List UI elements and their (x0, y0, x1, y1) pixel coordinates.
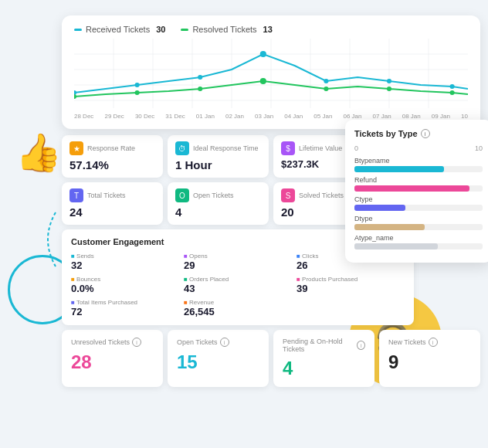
bar-refund (354, 185, 469, 192)
bar-atype (354, 243, 438, 249)
line-chart (74, 39, 468, 108)
bar-row-btype: Btypename (354, 157, 483, 172)
engagement-items: ■ Total Items Purchased 72 (71, 299, 179, 317)
chart-dates: 28 Dec 29 Dec 30 Dec 31 Dec 01 Jan 02 Ja… (74, 113, 468, 120)
svg-point-24 (324, 87, 328, 91)
engagement-opens: ■ Opens 29 (184, 253, 292, 271)
engagement-bounces: ■ Bounces 0.0% (71, 276, 179, 294)
engagement-title: Customer Engagement (71, 237, 164, 246)
open-info-icon: i (220, 338, 229, 347)
chart-legend: Received Tickets 30 Resolved Tickets 13 (74, 25, 468, 34)
pending-value: 4 (283, 358, 365, 379)
bar-ctype (354, 205, 405, 211)
stat-card-open: Open Tickets i 15 (168, 330, 269, 387)
engagement-orders: ■ Orders Placed 43 (184, 276, 292, 294)
response-time-icon: ⏱ (175, 141, 189, 155)
svg-point-22 (198, 87, 202, 91)
metric-card-open-tickets: O Open Tickets 4 (168, 182, 269, 225)
svg-point-20 (74, 94, 76, 99)
received-label: Received Tickets (86, 25, 150, 34)
resolved-legend: Resolved Tickets 13 (181, 25, 272, 34)
open-stat-value: 15 (177, 351, 259, 373)
tickets-type-info-icon: i (421, 129, 430, 138)
svg-point-13 (260, 51, 266, 57)
thumbs-up-icon: 👍 (15, 131, 62, 175)
response-rate-value: 57.14% (69, 158, 155, 171)
response-rate-icon: ★ (69, 141, 83, 155)
chart-card: Received Tickets 30 Resolved Tickets 13 (62, 15, 480, 129)
svg-point-16 (198, 75, 202, 80)
tickets-by-type-card: Tickets by Type i 0 10 Btypename Refund … (345, 120, 488, 263)
stat-card-pending: Pending & On-Hold Tickets i 4 (273, 330, 374, 387)
bar-row-dtype: Dtype (354, 215, 483, 230)
pending-info-icon: i (357, 341, 365, 350)
svg-point-18 (387, 79, 391, 83)
bar-dtype (354, 224, 425, 230)
received-count: 30 (156, 25, 165, 34)
bar-row-refund: Refund (354, 176, 483, 192)
unresolved-info-icon: i (132, 338, 141, 347)
new-tickets-label: New Tickets (388, 338, 426, 346)
metric-card-response-rate: ★ Response Rate 57.14% (62, 135, 163, 178)
svg-point-17 (324, 79, 328, 83)
solved-tickets-icon: S (281, 188, 295, 202)
resolved-dot (181, 29, 188, 31)
svg-point-21 (135, 90, 140, 95)
open-tickets-label: Open Tickets (193, 192, 261, 199)
response-time-value: 1 Hour (175, 158, 261, 171)
unresolved-label: Unresolved Tickets (71, 338, 130, 346)
stat-card-unresolved: Unresolved Tickets i 28 (62, 330, 163, 387)
received-legend: Received Tickets 30 (74, 25, 165, 34)
total-tickets-value: 24 (69, 205, 155, 219)
bar-row-ctype: Ctype (354, 195, 483, 211)
bar-btype (354, 166, 444, 172)
open-stat-label: Open Tickets (177, 338, 218, 346)
total-tickets-label: Total Tickets (87, 192, 155, 199)
bottom-stats: Unresolved Tickets i 28 Open Tickets i 1… (62, 330, 480, 387)
pending-label: Pending & On-Hold Tickets (283, 338, 354, 353)
unresolved-value: 28 (71, 351, 154, 373)
stat-card-new: New Tickets i 9 (379, 330, 480, 387)
engagement-revenue: ■ Revenue 26,545 (184, 299, 292, 317)
received-dot (74, 29, 82, 31)
svg-point-19 (450, 84, 455, 89)
svg-point-15 (135, 83, 140, 87)
svg-point-25 (387, 87, 391, 91)
svg-point-26 (450, 90, 455, 95)
response-time-label: Ideal Response Time (193, 144, 261, 152)
metric-card-total-tickets: T Total Tickets 24 (62, 182, 163, 225)
resolved-count: 13 (263, 25, 273, 34)
metric-card-response-time: ⏱ Ideal Response Time 1 Hour (168, 135, 269, 178)
resolved-label: Resolved Tickets (192, 25, 256, 34)
tickets-type-title: Tickets by Type i (354, 129, 483, 138)
total-tickets-icon: T (69, 188, 83, 202)
bar-row-atype: Atype_name (354, 234, 483, 249)
range-labels: 0 10 (354, 144, 483, 152)
new-tickets-info-icon: i (429, 338, 438, 347)
lifetime-value-icon: $ (281, 141, 295, 155)
engagement-products: ■ Products Purchased 39 (297, 276, 405, 294)
response-rate-label: Response Rate (87, 144, 155, 152)
svg-point-23 (260, 78, 266, 84)
new-tickets-value: 9 (388, 351, 471, 373)
engagement-sends: ■ Sends 32 (71, 253, 179, 271)
open-tickets-icon: O (175, 188, 189, 202)
open-tickets-value: 4 (175, 205, 261, 219)
